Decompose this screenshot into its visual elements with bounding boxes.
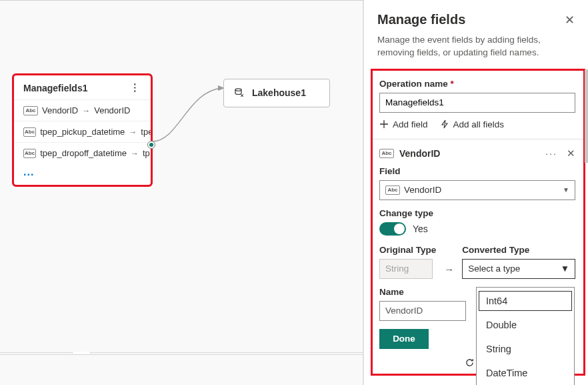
type-badge-icon: Abc (23, 106, 38, 115)
add-all-fields-button[interactable]: Add all fields (440, 119, 505, 129)
field-mapping-row: Abc tpep_dropoff_datetime → tp (14, 142, 151, 163)
field-dst: VendorID (94, 105, 130, 115)
add-field-button[interactable]: Add field (379, 119, 428, 129)
design-canvas[interactable]: Managefields1 … Abc VendorID → VendorID … (0, 0, 363, 385)
field-dst: tpe (141, 127, 151, 137)
arrow-icon: → (129, 127, 137, 137)
lightning-icon (440, 119, 449, 129)
field-label: Field (379, 166, 575, 176)
connection-edge (151, 79, 231, 152)
name-input[interactable] (379, 301, 466, 321)
field-src: VendorID (42, 105, 78, 115)
splitter-handle[interactable] (72, 352, 91, 354)
type-badge-icon: Abc (23, 127, 36, 137)
original-type-label: Original Type (379, 245, 436, 255)
operation-name-label: Operation name * (379, 79, 575, 89)
type-badge-icon: Abc (379, 149, 394, 158)
dropdown-option[interactable]: Int64 (477, 289, 574, 313)
change-type-toggle[interactable] (379, 222, 406, 236)
divider (373, 139, 583, 139)
type-badge-icon: Abc (23, 149, 36, 158)
operation-name-input[interactable] (379, 93, 575, 113)
panel-title: Manage fields (377, 12, 465, 27)
type-badge-icon: Abc (385, 185, 400, 195)
change-type-label: Change type (379, 208, 575, 218)
scrollbar-thumb[interactable] (585, 69, 588, 163)
original-type-display: String (379, 259, 433, 279)
field-more-menu[interactable]: ··· (545, 148, 557, 159)
field-mapping-row: Abc VendorID → VendorID (14, 99, 151, 121)
chevron-down-icon: ▼ (563, 186, 569, 194)
field-mapping-row: Abc tpep_pickup_datetime → tpe (14, 121, 151, 142)
node-title: Managefields1 (23, 83, 87, 93)
converted-type-select[interactable]: Select a type ▼ (462, 259, 575, 279)
more-rows-ellipsis[interactable]: ... (14, 163, 151, 185)
field-dst: tp (143, 148, 150, 158)
chevron-down-icon: ▼ (561, 264, 569, 274)
field-src: tpep_dropoff_datetime (40, 148, 127, 158)
remove-field-icon[interactable]: ✕ (567, 147, 575, 159)
dropdown-option[interactable]: DateTime (477, 361, 574, 385)
arrow-icon: → (131, 149, 139, 158)
node-managefields[interactable]: Managefields1 … Abc VendorID → VendorID … (13, 75, 151, 185)
panel-splitter[interactable] (0, 352, 363, 355)
refresh-icon[interactable] (465, 358, 475, 370)
arrow-icon: → (443, 264, 455, 279)
panel-subtitle: Manage the event fields by adding fields… (364, 30, 588, 69)
close-icon[interactable]: ✕ (565, 13, 575, 27)
toggle-state-label: Yes (413, 224, 428, 234)
node-menu-button[interactable]: … (135, 83, 139, 94)
node-lakehouse[interactable]: Lakehouse1 (223, 79, 330, 107)
lakehouse-icon (233, 87, 245, 99)
field-select[interactable]: AbcVendorID ▼ (379, 180, 575, 200)
field-src: tpep_pickup_datetime (40, 127, 125, 137)
node-title: Lakehouse1 (252, 87, 306, 98)
arrow-icon: → (82, 106, 90, 115)
node-output-port[interactable] (147, 141, 155, 149)
field-header-name: VendorID (399, 148, 440, 159)
dropdown-option[interactable]: String (477, 337, 574, 361)
done-button[interactable]: Done (379, 329, 429, 349)
type-dropdown[interactable]: Int64 Double String DateTime (476, 287, 575, 385)
converted-type-label: Converted Type (462, 245, 575, 255)
svg-point-0 (235, 89, 241, 91)
divider (0, 0, 363, 1)
plus-icon (379, 119, 389, 129)
dropdown-option[interactable]: Double (477, 313, 574, 337)
